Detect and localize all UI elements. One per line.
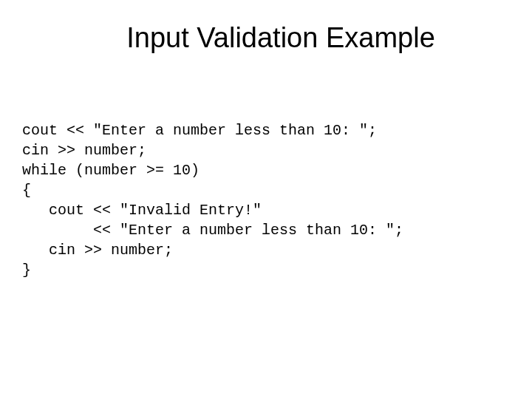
slide-title: Input Validation Example xyxy=(22,22,510,54)
code-line: cin >> number; xyxy=(22,242,173,259)
code-line: << "Enter a number less than 10: "; xyxy=(22,222,403,239)
code-line: cout << "Enter a number less than 10: "; xyxy=(22,122,377,139)
code-line: { xyxy=(22,182,31,199)
code-line: } xyxy=(22,262,31,279)
code-line: while (number >= 10) xyxy=(22,162,200,179)
code-line: cin >> number; xyxy=(22,142,146,159)
code-line: cout << "Invalid Entry!" xyxy=(22,202,262,219)
slide-container: Input Validation Example cout << "Enter … xyxy=(0,0,532,399)
code-block: cout << "Enter a number less than 10: ";… xyxy=(22,120,510,280)
